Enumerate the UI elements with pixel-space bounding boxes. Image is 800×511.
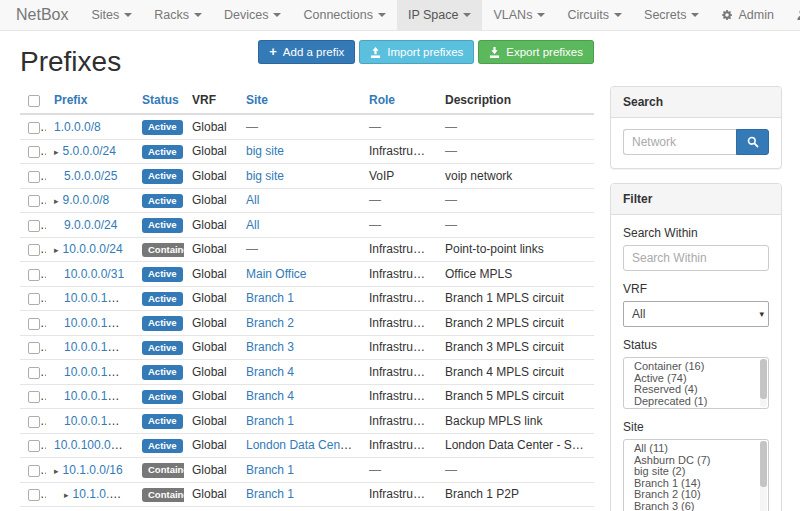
gear-icon (721, 9, 733, 21)
site-cell: Branch 2 (238, 311, 361, 336)
site-link[interactable]: big site (246, 169, 284, 183)
status-cell: Active (134, 114, 184, 139)
prefix-link[interactable]: 10.0.0.130/31 (64, 316, 134, 330)
site-link[interactable]: Branch 1 (246, 463, 294, 477)
search-within-input[interactable] (623, 245, 769, 271)
prefixes-table: PrefixStatusVRFSiteRoleDescription 1.0.0… (20, 87, 594, 511)
prefix-link[interactable]: 1.0.0.0/8 (54, 120, 101, 134)
row-checkbox[interactable] (28, 416, 40, 428)
sort-link-role[interactable]: Role (369, 93, 395, 107)
status-option[interactable]: Active (74) (634, 373, 758, 385)
site-link[interactable]: Branch 1 (246, 291, 294, 305)
nav-item-secrets[interactable]: Secrets (633, 0, 710, 30)
prefix-link[interactable]: 9.0.0.0/24 (64, 218, 117, 232)
site-link[interactable]: London Data Center (246, 438, 354, 452)
site-link[interactable]: Branch 1 (246, 487, 294, 501)
prefix-link[interactable]: 10.0.0.138/31 (64, 414, 134, 428)
prefix-link[interactable]: 10.0.0.134/31 (64, 365, 134, 379)
row-checkbox[interactable] (28, 269, 40, 281)
brand[interactable]: NetBox (14, 0, 80, 30)
status-option[interactable]: Reserved (4) (634, 384, 758, 396)
vrf-select[interactable]: All ▾ (623, 301, 769, 327)
site-label: Site (623, 420, 769, 434)
status-cell: Active (134, 335, 184, 360)
row-checkbox[interactable] (28, 465, 40, 477)
prefix-link[interactable]: 10.0.0.136/31 (64, 389, 134, 403)
nav-item-label: Circuits (567, 8, 609, 22)
site-link[interactable]: Branch 4 (246, 365, 294, 379)
export-icon (489, 47, 500, 58)
row-checkbox[interactable] (28, 171, 40, 183)
nav-item-admin[interactable]: Admin (710, 0, 784, 30)
prefix-link[interactable]: 10.0.100.0/24 (54, 438, 127, 452)
site-option[interactable]: Branch 1 (14) (634, 478, 758, 490)
scrollbar-thumb[interactable] (760, 441, 767, 487)
prefix-link[interactable]: 10.1.0.0/16 (63, 463, 123, 477)
search-input[interactable] (623, 129, 736, 155)
nav-item-profile[interactable]: Profile (785, 0, 800, 30)
site-link[interactable]: big site (246, 144, 284, 158)
row-checkbox[interactable] (28, 367, 40, 379)
prefix-link[interactable]: 5.0.0.0/25 (64, 169, 117, 183)
prefix-link[interactable]: 9.0.0.0/8 (63, 193, 110, 207)
nav-item-ip-space[interactable]: IP Space (397, 0, 483, 30)
row-checkbox[interactable] (28, 440, 40, 452)
sort-link-prefix[interactable]: Prefix (54, 93, 87, 107)
nav-item-devices[interactable]: Devices (213, 0, 292, 30)
row-checkbox[interactable] (28, 220, 40, 232)
row-checkbox[interactable] (28, 318, 40, 330)
site-option[interactable]: All (11) (634, 443, 758, 455)
nav-item-circuits[interactable]: Circuits (556, 0, 633, 30)
search-button[interactable] (736, 129, 769, 155)
add-prefix-button[interactable]: + Add a prefix (258, 40, 355, 64)
site-option[interactable]: big site (2) (634, 466, 758, 478)
export-prefixes-button[interactable]: Export prefixes (478, 40, 594, 64)
site-link[interactable]: Branch 1 (246, 414, 294, 428)
prefix-link[interactable]: 10.1.0.0/24 (73, 487, 133, 501)
site-link[interactable]: All (246, 193, 259, 207)
site-option[interactable]: Branch 3 (6) (634, 501, 758, 511)
site-link[interactable]: Main Office (246, 267, 306, 281)
vrf-cell: Global (184, 286, 238, 311)
prefix-cell: ▸9.0.0.0/8 (46, 188, 134, 213)
nav-item-racks[interactable]: Racks (143, 0, 213, 30)
site-link[interactable]: Branch 4 (246, 389, 294, 403)
site-option[interactable]: Ashburn DC (7) (634, 455, 758, 467)
site-cell: Main Office (238, 262, 361, 287)
row-checkbox[interactable] (28, 244, 40, 256)
description-cell: — (437, 458, 594, 483)
select-all-checkbox[interactable] (28, 95, 40, 107)
status-listbox[interactable]: Container (16)Active (74)Reserved (4)Dep… (623, 357, 769, 409)
chevron-down-icon: ▾ (759, 309, 764, 319)
role-cell: Infrastructure (361, 433, 437, 458)
prefix-link[interactable]: 10.0.0.0/31 (64, 267, 124, 281)
sort-link-status[interactable]: Status (142, 93, 179, 107)
prefix-link[interactable]: 5.0.0.0/24 (63, 144, 116, 158)
status-option[interactable]: Container (16) (634, 361, 758, 373)
site-link[interactable]: Branch 3 (246, 340, 294, 354)
row-checkbox[interactable] (28, 342, 40, 354)
row-checkbox[interactable] (28, 489, 40, 501)
prefix-link[interactable]: 10.0.0.0/24 (63, 242, 123, 256)
nav-item-connections[interactable]: Connections (292, 0, 397, 30)
row-checkbox[interactable] (28, 146, 40, 158)
site-option[interactable]: Branch 2 (10) (634, 489, 758, 501)
role-cell: Infrastructure (361, 237, 437, 262)
prefix-link[interactable]: 10.0.0.128/31 (64, 291, 134, 305)
sort-link-site[interactable]: Site (246, 93, 268, 107)
row-checkbox[interactable] (28, 293, 40, 305)
prefix-link[interactable]: 10.0.0.132/31 (64, 340, 134, 354)
site-link[interactable]: Branch 2 (246, 316, 294, 330)
import-prefixes-button[interactable]: Import prefixes (359, 40, 474, 64)
row-checkbox[interactable] (28, 195, 40, 207)
row-checkbox[interactable] (28, 122, 40, 134)
status-badge: Active (142, 316, 183, 331)
nav-item-vlans[interactable]: VLANs (482, 0, 556, 30)
status-option[interactable]: Deprecated (1) (634, 396, 758, 408)
site-listbox[interactable]: All (11)Ashburn DC (7)big site (2)Branch… (623, 439, 769, 511)
role-cell: — (361, 507, 437, 511)
scrollbar-thumb[interactable] (760, 359, 767, 399)
nav-item-sites[interactable]: Sites (80, 0, 143, 30)
row-checkbox[interactable] (28, 391, 40, 403)
site-link[interactable]: All (246, 218, 259, 232)
